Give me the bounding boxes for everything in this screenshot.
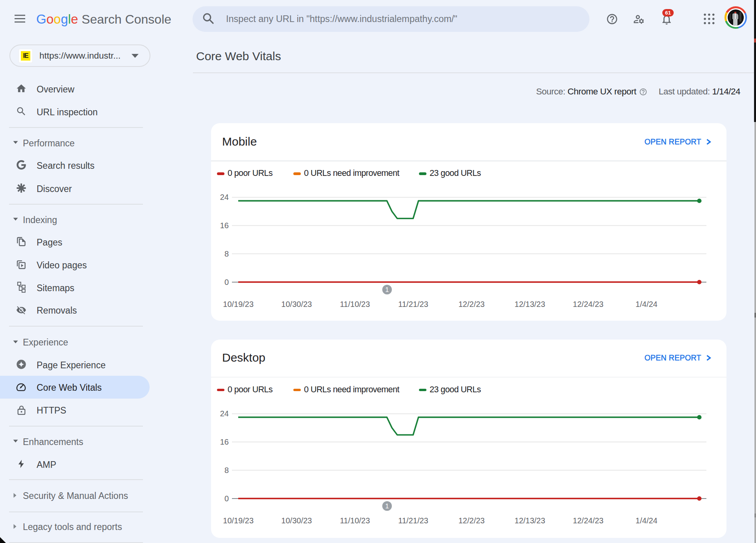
- svg-text:1: 1: [385, 502, 389, 510]
- svg-text:10/19/23: 10/19/23: [223, 516, 254, 525]
- svg-text:1/4/24: 1/4/24: [636, 516, 658, 525]
- svg-text:12/13/23: 12/13/23: [515, 300, 545, 308]
- svg-text:12/24/23: 12/24/23: [573, 300, 604, 308]
- svg-text:0: 0: [224, 494, 229, 502]
- svg-text:10/30/23: 10/30/23: [281, 300, 312, 308]
- svg-text:16: 16: [220, 438, 229, 446]
- svg-text:11/21/23: 11/21/23: [398, 300, 428, 308]
- svg-text:11/21/23: 11/21/23: [398, 516, 428, 525]
- svg-text:16: 16: [220, 221, 229, 230]
- svg-text:8: 8: [224, 249, 229, 258]
- svg-text:10/19/23: 10/19/23: [223, 300, 254, 308]
- svg-text:1/4/24: 1/4/24: [636, 300, 658, 308]
- svg-text:10/30/23: 10/30/23: [281, 516, 312, 525]
- svg-text:1: 1: [385, 286, 389, 294]
- svg-text:24: 24: [220, 193, 229, 201]
- svg-text:8: 8: [224, 466, 229, 475]
- svg-text:12/2/23: 12/2/23: [458, 516, 485, 525]
- svg-text:12/13/23: 12/13/23: [515, 516, 545, 525]
- svg-text:12/24/23: 12/24/23: [573, 516, 604, 525]
- svg-text:11/10/23: 11/10/23: [340, 300, 370, 308]
- svg-text:12/2/23: 12/2/23: [458, 300, 485, 308]
- svg-text:11/10/23: 11/10/23: [340, 516, 370, 525]
- svg-text:24: 24: [220, 409, 229, 418]
- svg-text:0: 0: [224, 278, 229, 286]
